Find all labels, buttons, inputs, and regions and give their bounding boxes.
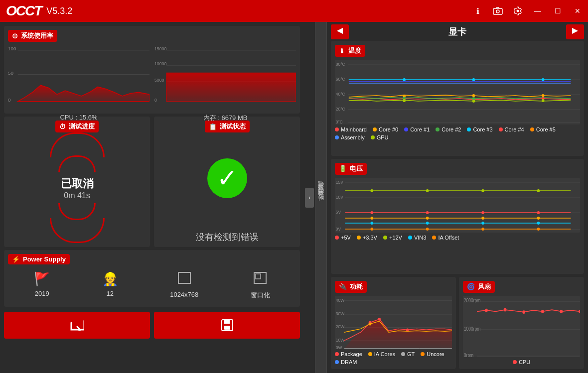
legend-vin3: VIN3 (408, 235, 426, 241)
svg-text:2000rpm: 2000rpm (464, 298, 481, 303)
svg-marker-90 (344, 319, 452, 348)
svg-text:15000: 15000 (154, 46, 166, 51)
svg-point-63 (537, 189, 540, 192)
svg-text:0°C: 0°C (336, 120, 343, 124)
svg-marker-27 (572, 28, 578, 34)
mem-chart-wrap: 15000 10000 5000 0 (154, 45, 296, 110)
svg-rect-24 (224, 320, 230, 324)
svg-text:10V: 10V (336, 195, 343, 200)
fan-chart-panel: 🌀 风扇 2000rpm 1000rpm 0rpm (459, 277, 584, 369)
voltage-svg: 15V 10V 5V 0V (335, 178, 580, 233)
svg-point-76 (370, 228, 373, 231)
power-chart-icon: 🔌 (339, 283, 347, 290)
gpu-prev-button[interactable] (331, 24, 349, 39)
power-chart-panel: 🔌 功耗 40W 30W 20W 10W 0W (331, 277, 456, 369)
sidebar-text-panel: 时硬盘测试资源端 (315, 22, 327, 373)
radar-text: 已取消 0m 41s (61, 176, 94, 200)
titlebar: OCCT V5.3.2 ℹ — ☐ ✕ (0, 0, 588, 22)
power-chart-area: 40W 30W 20W 10W 0W (335, 296, 452, 349)
temp-chart-panel: 🌡 温度 80°C 60°C 40°C 20°C 0°C (331, 41, 584, 156)
svg-text:50: 50 (8, 70, 13, 76)
radar-arc-bot-inner (58, 203, 96, 220)
svg-point-102 (504, 308, 507, 311)
power-supply-badge: ⚡ Power Supply (8, 254, 70, 264)
power-item-year: 🚩 2019 (34, 271, 50, 300)
svg-marker-8 (18, 85, 149, 102)
svg-text:15V: 15V (336, 180, 343, 185)
svg-point-101 (485, 308, 488, 312)
temp-legend: Mainboard Core #0 Core #1 Core #2 Core #… (335, 126, 580, 140)
svg-point-60 (370, 189, 373, 192)
cpu-chart: 100 50 0 (8, 45, 149, 110)
voltage-header: 🔋 电压 (335, 163, 580, 175)
legend-3v3: +3.3V (357, 235, 377, 241)
svg-text:0: 0 (8, 97, 11, 103)
svg-point-71 (537, 217, 540, 220)
fan-chart-area: 2000rpm 1000rpm 0rpm (463, 296, 580, 357)
sys-usage-section: ⊙ 系统使用率 100 50 0 (4, 26, 300, 114)
sys-usage-badge: ⊙ 系统使用率 (8, 30, 57, 42)
radar-arc-top-outer (50, 132, 105, 157)
test-progress-icon: ⏱ (59, 123, 66, 130)
svg-text:40W: 40W (336, 297, 345, 302)
test-row: ⏱ 测试进度 已取消 0m 41s 📋 (4, 117, 300, 247)
legend-12v: +12V (383, 235, 402, 241)
legend-gt: GT (401, 351, 415, 357)
svg-text:1000rpm: 1000rpm (464, 326, 481, 331)
svg-point-74 (481, 222, 484, 225)
enter-button[interactable] (4, 312, 150, 339)
power-legend: Package IA Cores GT Uncore DRAM (335, 351, 452, 365)
svg-text:60°C: 60°C (336, 77, 345, 82)
window-controls: ℹ — ☐ ✕ (472, 5, 583, 16)
svg-point-1 (496, 10, 499, 13)
legend-core2: Core #2 (436, 126, 461, 132)
svg-text:10000: 10000 (154, 61, 166, 66)
screenshot-icon[interactable] (492, 5, 503, 16)
save-button[interactable] (154, 312, 300, 339)
fan-chart-badge: 🌀 风扇 (463, 281, 495, 293)
voltage-chart-area: 15V 10V 5V 0V (335, 178, 580, 233)
legend-package: Package (335, 351, 362, 357)
gpu-next-button[interactable] (566, 24, 584, 39)
svg-point-49 (403, 99, 406, 102)
collapse-button[interactable]: ‹ (305, 188, 314, 208)
svg-point-79 (537, 228, 540, 231)
legend-mainboard: Mainboard (335, 126, 367, 132)
resolution-icon (177, 271, 191, 288)
minimize-button[interactable]: — (532, 5, 543, 16)
worker-icon: 👷 (102, 271, 118, 287)
power-item-cores: 👷 12 (102, 271, 118, 300)
svg-point-92 (378, 318, 381, 321)
maximize-button[interactable]: ☐ (552, 5, 563, 16)
legend-gpu: GPU (371, 134, 389, 140)
close-button[interactable]: ✕ (572, 5, 583, 16)
svg-point-73 (426, 222, 429, 225)
svg-point-77 (426, 228, 429, 231)
sidebar-text-label: 时硬盘测试资源端 (317, 190, 325, 206)
temp-header: 🌡 温度 (335, 45, 580, 57)
svg-text:0rpm: 0rpm (464, 353, 473, 357)
legend-5v: +5V (335, 235, 351, 241)
svg-point-43 (542, 94, 545, 97)
power-chart-badge: 🔌 功耗 (335, 281, 367, 293)
power-item-window: 窗口化 (251, 271, 270, 300)
info-icon[interactable]: ℹ (472, 5, 483, 16)
gpu-header: 显卡 (331, 26, 584, 38)
temp-svg: 80°C 60°C 40°C 20°C 0°C (335, 60, 580, 124)
cpu-value-label: CPU : 15.6% (8, 114, 149, 121)
svg-point-40 (542, 78, 545, 81)
svg-marker-17 (166, 73, 296, 101)
test-progress-badge: ⏱ 测试进度 (55, 121, 99, 132)
sys-usage-icon: ⊙ (12, 32, 18, 40)
flag-icon: 🚩 (34, 271, 50, 287)
temp-icon: 🌡 (339, 47, 345, 55)
legend-core3: Core #3 (467, 126, 492, 132)
svg-rect-0 (493, 8, 502, 14)
cpu-chart-wrap: 100 50 0 (8, 45, 149, 110)
voltage-legend: +5V +3.3V +12V VIN3 IA Offset (335, 235, 580, 241)
svg-text:20W: 20W (336, 324, 345, 329)
bottom-charts-row: 🔌 功耗 40W 30W 20W 10W 0W (331, 277, 584, 369)
right-panel: 显卡 🌡 温度 80°C 60°C 40°C (327, 22, 588, 373)
usage-charts: 100 50 0 (8, 45, 296, 110)
settings-icon[interactable] (512, 5, 523, 16)
